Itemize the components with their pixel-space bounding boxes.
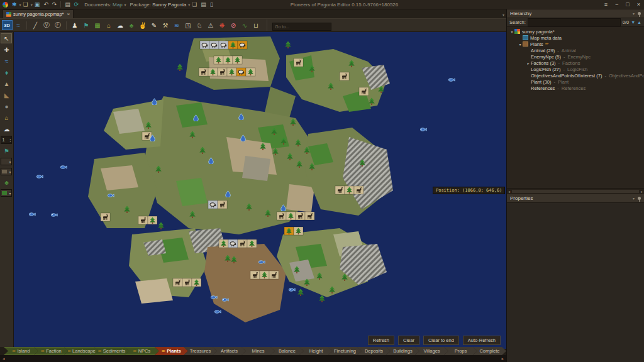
tree-row[interactable]: References-References xyxy=(507,85,644,91)
phase-tab-finetuning[interactable]: Finetuning xyxy=(328,347,362,355)
camp-brush[interactable]: ⌂ xyxy=(1,112,12,123)
berry-tool[interactable]: ❋ xyxy=(217,20,228,30)
cloud-brush[interactable]: ☁ xyxy=(1,124,12,134)
tree-row[interactable]: Map meta data xyxy=(507,35,644,41)
brush-size-spinner[interactable]: 1▴▾ xyxy=(1,136,12,144)
water-tool[interactable]: ≋ xyxy=(172,20,182,30)
chevron-down-icon[interactable]: ▾ xyxy=(633,11,635,16)
color-dropdown[interactable]: ▾ xyxy=(1,168,12,175)
phase-tab-landscape[interactable]: ✏Landscape xyxy=(64,347,99,355)
water-drop-marker-icon[interactable] xyxy=(152,99,157,106)
goto-input[interactable] xyxy=(272,23,331,31)
phase-tab-height[interactable]: Height xyxy=(299,347,333,355)
phase-tab-plants[interactable]: ✏Plants xyxy=(155,347,188,355)
entity-strip[interactable] xyxy=(208,200,227,209)
settings-menu-button-icon[interactable]: ✱ xyxy=(10,1,19,8)
new-package-button-icon[interactable]: ❏ xyxy=(190,1,199,8)
cliff-brush[interactable]: ◣ xyxy=(1,90,12,100)
tree-row[interactable]: EnemyNpc (5)-EnemyNpc xyxy=(507,53,644,60)
building-tool[interactable]: ⌂ xyxy=(104,20,114,30)
forbidden-tool[interactable]: ⊘ xyxy=(228,20,239,30)
entity-strip[interactable] xyxy=(200,41,247,49)
clear-button[interactable]: Clear xyxy=(398,336,419,345)
tree-row[interactable]: ▸Factions (3)-Factions xyxy=(507,60,644,66)
npc-tool[interactable]: ♟ xyxy=(70,20,80,30)
phase-tab-island[interactable]: ✏Island xyxy=(4,347,38,355)
forest-tool[interactable]: ♣ xyxy=(126,20,137,30)
trap-tool[interactable]: ⊔ xyxy=(251,20,262,30)
flag-brush[interactable]: ⚑ xyxy=(1,146,12,156)
tree-brush[interactable]: ♣ xyxy=(1,177,12,187)
package-doc-button-icon[interactable]: ▯ xyxy=(208,1,215,8)
tree-row[interactable]: Animal (29)-Animal xyxy=(507,47,644,53)
expander-icon[interactable]: ▾ xyxy=(509,30,514,34)
entity-strip[interactable] xyxy=(340,72,349,80)
tree-marker-icon[interactable] xyxy=(158,222,164,230)
chevron-down-icon[interactable]: ▾ xyxy=(125,3,126,7)
search-next-button[interactable]: ▼ xyxy=(631,19,635,25)
scrollbar-thumb[interactable] xyxy=(512,190,639,193)
phase-tab-treasures[interactable]: Treasures xyxy=(184,347,217,355)
refresh-button[interactable]: Refresh xyxy=(368,336,394,345)
fish-marker-icon[interactable] xyxy=(214,310,221,314)
tab-overflow-icon[interactable]: ▾ xyxy=(502,13,504,17)
face-tool[interactable]: Ⓕ xyxy=(53,20,64,30)
3d-view-button[interactable]: 3D xyxy=(2,20,13,30)
fish-marker-icon[interactable] xyxy=(60,166,67,169)
search-input[interactable] xyxy=(528,18,621,26)
phase-tab-artifacts[interactable]: Artifacts xyxy=(213,347,246,355)
tree-marker-icon[interactable] xyxy=(297,289,304,297)
tree-type-dropdown[interactable]: ▾ xyxy=(1,189,12,197)
tree-row[interactable]: LogicFish (27)-LogicFish xyxy=(507,66,644,72)
fish-marker-icon[interactable] xyxy=(289,288,295,292)
menu-button[interactable]: ≡ xyxy=(601,1,611,8)
wave-tool[interactable]: ≈ xyxy=(13,20,24,30)
fish-marker-icon[interactable] xyxy=(29,213,35,216)
package-dropdown[interactable]: Sunny Pagonia xyxy=(152,2,186,8)
phase-tab-npcs[interactable]: ✏NPCs xyxy=(125,347,159,355)
warning-tool[interactable]: ⚠ xyxy=(206,20,216,30)
restore-button[interactable]: □ xyxy=(622,1,633,8)
entity-strip[interactable] xyxy=(101,213,110,221)
pin-icon[interactable] xyxy=(638,197,641,200)
minimize-button[interactable]: − xyxy=(611,1,622,8)
document-tab[interactable]: sunny pagonia.pcpmap* × xyxy=(3,9,74,18)
entity-strip[interactable] xyxy=(173,278,201,287)
entity-strip[interactable] xyxy=(294,58,303,67)
scroll-left-icon[interactable]: ◂ xyxy=(3,356,5,361)
cloud-tool[interactable]: ☁ xyxy=(115,20,126,30)
select-tool[interactable]: ↖ xyxy=(1,33,12,43)
entity-strip[interactable] xyxy=(250,271,279,279)
tree-marker-icon[interactable] xyxy=(319,295,325,303)
mine-tool[interactable]: ⚒ xyxy=(160,20,171,30)
auto-refresh-button[interactable]: Auto-Refresh xyxy=(463,336,501,345)
tree-row[interactable]: Plant (30)-Plant xyxy=(507,79,644,85)
redo-button-icon[interactable]: ↷ xyxy=(50,1,59,8)
phase-tab-buildings[interactable]: Buildings xyxy=(386,347,419,355)
crop-tool[interactable]: ◳ xyxy=(183,20,194,30)
phase-tab-props[interactable]: Props xyxy=(444,347,477,355)
phase-tab-sediments[interactable]: ✏Sediments xyxy=(94,347,129,355)
phase-tab-complete[interactable]: Complete xyxy=(473,347,506,355)
treasure-tool[interactable]: ▦ xyxy=(92,20,103,30)
hierarchy-hscrollbar[interactable]: ◂ ▸ xyxy=(507,188,644,194)
entity-strip[interactable] xyxy=(359,87,369,96)
slope-tool[interactable]: ╱ xyxy=(30,20,41,30)
controller-button-icon[interactable]: ▤ xyxy=(63,1,72,8)
scroll-right-icon[interactable]: ▸ xyxy=(501,356,504,361)
tree-row[interactable]: ▾sunny pagonia* xyxy=(507,28,644,35)
entity-strip[interactable] xyxy=(335,186,364,194)
scroll-right-icon[interactable]: ▸ xyxy=(641,189,643,194)
open-file-button-icon[interactable]: ❏ xyxy=(21,1,30,8)
paint-tool[interactable]: ✎ xyxy=(149,20,160,30)
entity-strip[interactable] xyxy=(214,56,242,64)
expander-icon[interactable]: ▾ xyxy=(518,42,523,47)
spinner-arrows-icon[interactable]: ▴▾ xyxy=(9,138,11,142)
entity-strip[interactable] xyxy=(277,212,314,220)
map-viewport[interactable]: Position: (1066,0; 646,6) RefreshClearCl… xyxy=(14,32,506,349)
search-prev-button[interactable]: ▲ xyxy=(637,19,641,25)
entity-strip[interactable] xyxy=(284,227,303,235)
rock-brush[interactable]: ● xyxy=(1,101,12,111)
flag-type-dropdown[interactable]: ▾ xyxy=(1,158,12,165)
move-tool[interactable]: ✚ xyxy=(1,45,12,55)
